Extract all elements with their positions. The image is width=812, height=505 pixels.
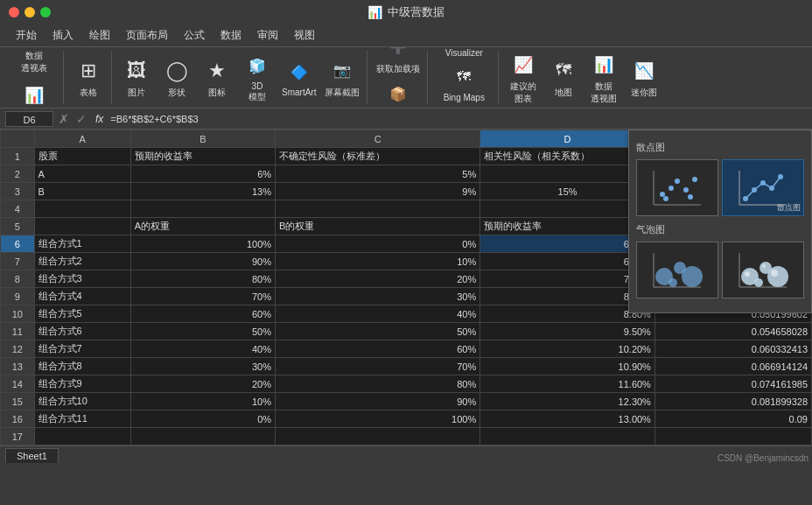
screenshot-button[interactable]: 📷 屏幕截图 — [321, 55, 363, 101]
get-addins-button[interactable]: ➕ 获取加载项 — [373, 47, 424, 77]
chart-item-bubble-3d[interactable] — [722, 242, 804, 298]
chart-item-bubble-filled[interactable] — [636, 242, 718, 298]
cell-B4[interactable] — [130, 200, 275, 218]
recommended-pivot-button[interactable]: 📊 建议的 数据透视表 — [9, 80, 60, 109]
cell-B1[interactable]: 预期的收益率 — [130, 148, 275, 165]
cell-C10[interactable]: 40% — [276, 305, 480, 323]
minimize-button[interactable] — [24, 7, 35, 18]
cell-A10[interactable]: 组合方式5 — [34, 305, 130, 323]
cell-A14[interactable]: 组合方式9 — [34, 375, 130, 393]
cell-B8[interactable]: 80% — [130, 270, 275, 288]
pivot-chart-button[interactable]: 📊 数据 透视图 — [584, 49, 623, 107]
cell-C6[interactable]: 0% — [276, 235, 480, 253]
cell-A7[interactable]: 组合方式2 — [34, 253, 130, 270]
cell-B3[interactable]: 13% — [130, 183, 275, 200]
cell-C2[interactable]: 5% — [276, 165, 480, 183]
cell-A6[interactable]: 组合方式1 — [34, 235, 130, 253]
cell-A11[interactable]: 组合方式6 — [34, 323, 130, 340]
sheet-tab-1[interactable]: Sheet1 — [5, 448, 59, 463]
cell-A4[interactable] — [34, 200, 130, 218]
cell-B15[interactable]: 10% — [130, 393, 275, 410]
table-button[interactable]: ⊞ 表格 — [69, 55, 108, 101]
cell-C14[interactable]: 80% — [276, 375, 480, 393]
cell-D15[interactable]: 12.30% — [480, 393, 655, 410]
cell-B13[interactable]: 30% — [130, 358, 275, 375]
cell-D14[interactable]: 11.60% — [480, 375, 655, 393]
menu-insert[interactable]: 插入 — [46, 26, 80, 45]
col-B[interactable]: B — [130, 130, 275, 148]
picture-button[interactable]: 🖼 图片 — [117, 55, 156, 101]
cell-E17[interactable] — [654, 428, 811, 445]
cell-C11[interactable]: 50% — [276, 323, 480, 340]
cell-D13[interactable]: 10.90% — [480, 358, 655, 375]
cell-C8[interactable]: 20% — [276, 270, 480, 288]
cell-D12[interactable]: 10.20% — [480, 340, 655, 358]
menu-draw[interactable]: 绘图 — [82, 26, 117, 45]
cell-A3[interactable]: B — [34, 183, 130, 200]
chart-item-scatter-line[interactable]: 散点图 — [722, 159, 804, 216]
cell-C7[interactable]: 10% — [276, 253, 480, 270]
cell-C17[interactable] — [276, 428, 480, 445]
cell-D16[interactable]: 13.00% — [480, 410, 655, 428]
cell-C3[interactable]: 9% — [276, 183, 480, 200]
formula-check[interactable]: ✓ — [76, 112, 87, 126]
cell-C15[interactable]: 90% — [276, 393, 480, 410]
cell-E11[interactable]: 0.054658028 — [654, 323, 811, 340]
cell-B7[interactable]: 90% — [130, 253, 275, 270]
menu-view[interactable]: 视图 — [287, 26, 322, 45]
map-button[interactable]: 🗺 地图 — [544, 55, 583, 101]
cell-E14[interactable]: 0.074161985 — [654, 375, 811, 393]
recommended-chart-button[interactable]: 📈 建议的 图表 — [504, 49, 542, 107]
my-addins-button[interactable]: 📦 我的加载项 — [373, 79, 424, 109]
maximize-button[interactable] — [40, 7, 51, 18]
bing-maps-button[interactable]: 🗺 Bing Maps — [440, 61, 488, 104]
menu-home[interactable]: 开始 — [9, 26, 44, 45]
cell-C9[interactable]: 30% — [276, 288, 480, 305]
cell-A1[interactable]: 股票 — [34, 148, 130, 165]
cell-A8[interactable]: 组合方式3 — [34, 270, 130, 288]
cell-B17[interactable] — [130, 428, 275, 445]
window-controls[interactable] — [9, 7, 51, 18]
cell-A16[interactable]: 组合方式11 — [34, 410, 130, 428]
shape-button[interactable]: ◯ 形状 — [158, 55, 196, 101]
cell-C13[interactable]: 70% — [276, 358, 480, 375]
cell-D11[interactable]: 9.50% — [480, 323, 655, 340]
cell-B12[interactable]: 40% — [130, 340, 275, 358]
cell-A15[interactable]: 组合方式10 — [34, 393, 130, 410]
formula-content[interactable]: =B6*$B$2+C6*$B$3 — [110, 114, 807, 124]
cell-D17[interactable] — [480, 428, 655, 445]
col-C[interactable]: C — [276, 130, 480, 148]
menu-review[interactable]: 审阅 — [250, 26, 285, 45]
cell-E15[interactable]: 0.081899328 — [654, 393, 811, 410]
cell-B11[interactable]: 50% — [130, 323, 275, 340]
visio-button[interactable]: 🔵 Visio Data Visualizer — [441, 47, 487, 60]
cell-E12[interactable]: 0.060332413 — [654, 340, 811, 358]
formula-cross[interactable]: ✗ — [59, 112, 69, 126]
pivot-table-button[interactable]: 📋 数据 透视表 — [15, 47, 53, 76]
cell-C16[interactable]: 100% — [276, 410, 480, 428]
cell-B10[interactable]: 60% — [130, 305, 275, 323]
sparkline-button[interactable]: 📉 迷你图 — [625, 55, 663, 101]
cell-A12[interactable]: 组合方式7 — [34, 340, 130, 358]
cell-A5[interactable] — [34, 218, 130, 235]
menu-pagelayout[interactable]: 页面布局 — [119, 26, 175, 45]
cell-A13[interactable]: 组合方式8 — [34, 358, 130, 375]
menu-data[interactable]: 数据 — [214, 26, 248, 45]
cell-reference[interactable]: D6 — [5, 111, 53, 127]
cell-A17[interactable] — [34, 428, 130, 445]
cell-B16[interactable]: 0% — [130, 410, 275, 428]
cell-A2[interactable]: A — [34, 165, 130, 183]
cell-A9[interactable]: 组合方式4 — [34, 288, 130, 305]
cell-E13[interactable]: 0.066914124 — [654, 358, 811, 375]
cell-E16[interactable]: 0.09 — [654, 410, 811, 428]
cell-C5[interactable]: B的权重 — [276, 218, 480, 235]
cell-B2[interactable]: 6% — [130, 165, 275, 183]
cell-B9[interactable]: 70% — [130, 288, 275, 305]
chart-item-scatter-dots[interactable] — [636, 159, 718, 216]
icon-button[interactable]: ★ 图标 — [198, 55, 236, 101]
cell-C1[interactable]: 不确定性风险（标准差） — [276, 148, 480, 165]
menu-formula[interactable]: 公式 — [177, 26, 212, 45]
cell-C12[interactable]: 60% — [276, 340, 480, 358]
col-A[interactable]: A — [34, 130, 130, 148]
smartart-button[interactable]: 🔷 SmartArt — [278, 56, 319, 99]
